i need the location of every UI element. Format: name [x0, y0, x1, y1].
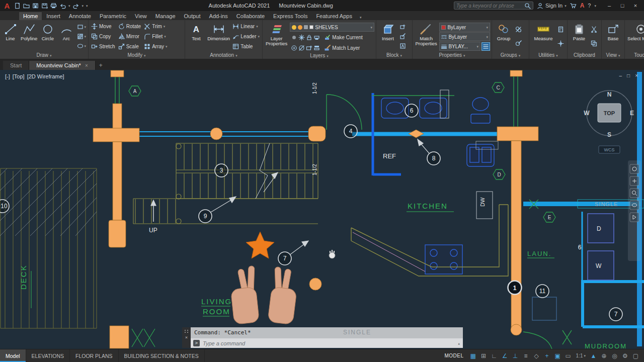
- ribbon-collapse-icon[interactable]: ▾: [357, 15, 365, 20]
- trim-button[interactable]: Trim▾: [143, 21, 168, 31]
- viewport-visual-style-control[interactable]: [2D Wireframe]: [27, 73, 64, 79]
- tab-output[interactable]: Output: [180, 12, 205, 20]
- sign-in-button[interactable]: Sign In ▾: [537, 3, 567, 9]
- tab-insert[interactable]: Insert: [42, 12, 64, 20]
- selection-cycling-icon[interactable]: ▣: [552, 352, 563, 359]
- tab-annotate[interactable]: Annotate: [65, 12, 95, 20]
- ellipse-tool-button[interactable]: ▾: [77, 43, 87, 49]
- undo-dropdown-icon[interactable]: ▾: [68, 4, 70, 8]
- panel-label-touch[interactable]: Touch: [625, 52, 644, 59]
- save-icon[interactable]: [32, 3, 39, 9]
- fillet-button[interactable]: Fillet▾: [143, 31, 168, 41]
- group-button[interactable]: Group: [494, 21, 514, 52]
- layer-on-bulb-icon[interactable]: [292, 25, 296, 30]
- viewport-menu-control[interactable]: [-]: [5, 73, 10, 79]
- quick-calc-icon[interactable]: [557, 26, 564, 33]
- copy-button[interactable]: Copy: [90, 31, 116, 41]
- file-tab-start[interactable]: Start: [3, 61, 29, 70]
- search-input[interactable]: [456, 3, 523, 9]
- tab-view[interactable]: View: [131, 12, 151, 20]
- panel-label-layers[interactable]: Layers▾: [263, 53, 376, 59]
- block-attributes-icon[interactable]: [399, 43, 406, 49]
- layout-tab-building-section[interactable]: BUILDING SECTION & NOTES: [119, 349, 205, 362]
- minimize-button[interactable]: –: [603, 0, 616, 11]
- isodraft-toggle-icon[interactable]: ◇: [531, 352, 542, 359]
- hatch-tool-button[interactable]: ▾: [77, 33, 87, 40]
- tab-parametric[interactable]: Parametric: [96, 12, 130, 20]
- dimension-button[interactable]: Dimension: [207, 21, 230, 52]
- panel-label-annotation[interactable]: Annotation▾: [185, 52, 262, 59]
- copy-clip-icon[interactable]: [591, 40, 597, 47]
- command-window-handle[interactable]: ×: [182, 327, 191, 348]
- cut-icon[interactable]: [591, 26, 597, 33]
- layer-plot-icon[interactable]: [313, 34, 320, 41]
- insert-button[interactable]: Insert: [378, 21, 398, 52]
- tab-collaborate[interactable]: Collaborate: [232, 12, 269, 20]
- group-edit-icon[interactable]: [515, 40, 522, 47]
- drawing-area[interactable]: [-] [Top] [2D Wireframe] – □ ×: [0, 70, 644, 349]
- tab-express-tools[interactable]: Express Tools: [269, 12, 311, 20]
- autodesk-app-icon[interactable]: A: [580, 2, 585, 9]
- layer-lock-icon[interactable]: [304, 25, 308, 29]
- dynamic-input-icon[interactable]: +: [542, 352, 552, 359]
- osnap-toggle-icon[interactable]: ⊥: [510, 352, 521, 359]
- panel-label-groups[interactable]: Groups▾: [492, 52, 529, 59]
- annotation-scale-control[interactable]: 1:1 ▾: [574, 353, 588, 358]
- create-block-icon[interactable]: [399, 24, 406, 30]
- polar-tracking-icon[interactable]: ∠: [500, 352, 510, 359]
- command-history[interactable]: Command: *Cancel* SINGLE: [191, 327, 463, 338]
- tab-featured-apps[interactable]: Featured Apps: [312, 12, 356, 20]
- paste-button[interactable]: Paste: [569, 21, 589, 52]
- scale-button[interactable]: Scale: [117, 42, 142, 52]
- arc-button[interactable]: Arc: [57, 21, 75, 52]
- navigation-bar[interactable]: [628, 160, 641, 261]
- panel-label-modify[interactable]: Modify▾: [89, 52, 185, 59]
- select-mode-button[interactable]: Select Mode: [626, 21, 644, 52]
- annotation-monitor-icon[interactable]: ⊕: [599, 352, 609, 359]
- app-store-cart-icon[interactable]: [570, 3, 577, 9]
- layer-walk-icon[interactable]: [313, 45, 320, 51]
- layout-tab-model[interactable]: Model: [0, 349, 26, 362]
- command-prompt-text[interactable]: Type a command: [203, 340, 455, 346]
- command-history-up-icon[interactable]: ▴: [458, 341, 460, 346]
- match-properties-button[interactable]: Match Properties: [414, 21, 438, 52]
- panel-label-view[interactable]: View▾: [602, 52, 624, 59]
- layer-properties-button[interactable]: Layer Properties: [264, 21, 289, 53]
- id-point-icon[interactable]: [557, 40, 564, 47]
- tab-home[interactable]: Home: [19, 12, 42, 20]
- clean-screen-icon[interactable]: ▢: [630, 352, 641, 359]
- file-tab-document[interactable]: Mountview Cabin* ×: [29, 61, 96, 70]
- help-search[interactable]: [454, 2, 533, 10]
- isolate-objects-icon[interactable]: ◎: [609, 352, 620, 359]
- edit-block-icon[interactable]: [399, 33, 406, 40]
- rectangle-tool-button[interactable]: ▾: [77, 24, 87, 30]
- move-button[interactable]: Move: [90, 21, 116, 31]
- maximize-button[interactable]: □: [616, 0, 629, 11]
- viewport-minimize-icon[interactable]: –: [619, 73, 622, 78]
- lineweight-toggle-icon[interactable]: ≡: [521, 352, 531, 359]
- units-icon[interactable]: ▭: [563, 352, 574, 359]
- layer-new-icon[interactable]: [306, 45, 312, 51]
- tab-manage[interactable]: Manage: [151, 12, 180, 20]
- floor-plan-drawing[interactable]: SINGLE: [0, 70, 644, 349]
- panel-label-block[interactable]: Block▾: [376, 52, 412, 59]
- close-tab-icon[interactable]: ×: [85, 63, 88, 68]
- save-as-icon[interactable]: [41, 3, 48, 9]
- layer-dropdown[interactable]: SHELVES ▾: [290, 23, 374, 32]
- viewport-view-control[interactable]: [Top]: [13, 73, 25, 79]
- customization-gear-icon[interactable]: ⚙: [620, 352, 630, 359]
- linear-button[interactable]: Linear▾: [231, 21, 261, 31]
- match-layer-button[interactable]: Match Layer: [323, 45, 361, 51]
- layer-freeze-icon[interactable]: [298, 34, 305, 41]
- stretch-button[interactable]: Stretch: [90, 42, 116, 52]
- panel-label-utilities[interactable]: Utilities▾: [529, 52, 567, 59]
- annotation-visibility-icon[interactable]: ▲: [588, 352, 599, 359]
- leader-button[interactable]: Leader▾: [231, 31, 261, 41]
- new-drawing-tab-button[interactable]: +: [96, 61, 106, 70]
- layout-tab-elevations[interactable]: ELEVATIONS: [26, 349, 70, 362]
- layer-color-swatch[interactable]: [309, 25, 313, 29]
- table-button[interactable]: Table: [231, 42, 261, 52]
- open-icon[interactable]: [23, 3, 30, 9]
- panel-label-properties[interactable]: Properties▾: [413, 52, 492, 59]
- help-icon[interactable]: ?: [588, 3, 591, 9]
